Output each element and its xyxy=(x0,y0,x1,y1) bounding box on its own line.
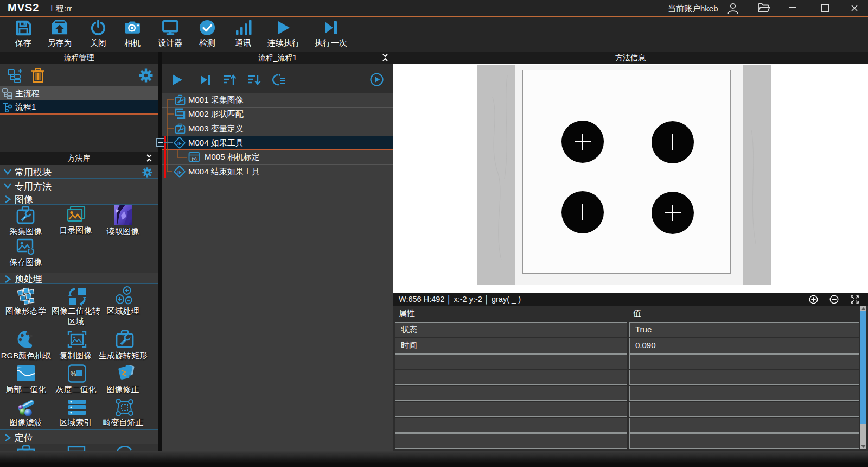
svg-text:IF: IF xyxy=(177,169,182,174)
svg-text:%: % xyxy=(71,370,76,378)
svg-text:(x): (x) xyxy=(192,156,197,161)
svg-text:IF: IF xyxy=(177,140,182,146)
